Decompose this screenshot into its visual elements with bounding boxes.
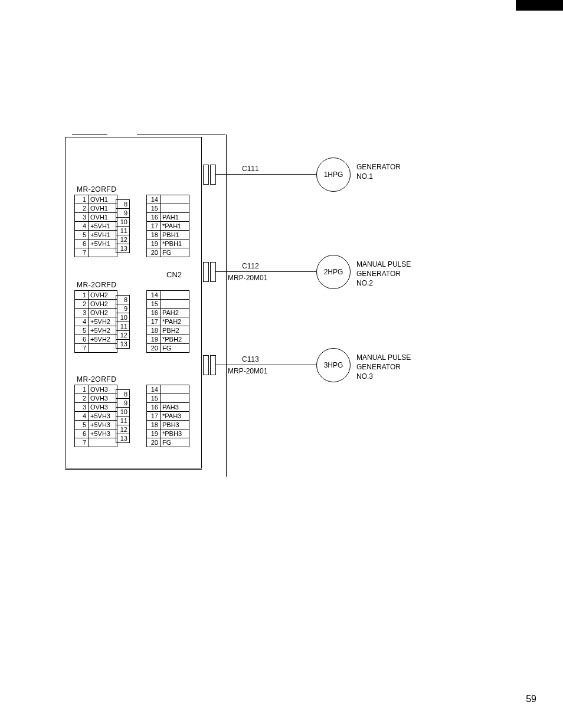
pin-number: 15 bbox=[147, 204, 161, 213]
generator-circle: 2HPG bbox=[316, 255, 351, 289]
pin-signal: *PAH1 bbox=[161, 222, 189, 231]
pin-table-b: 8910111213 bbox=[116, 199, 130, 253]
generator-label: MANUAL PULSEGENERATORNO.3 bbox=[356, 353, 411, 381]
pin-number: 13 bbox=[116, 340, 130, 349]
pin-signal: *PBH1 bbox=[161, 240, 189, 248]
pin-number: 13 bbox=[116, 434, 130, 443]
socket-icon bbox=[203, 262, 209, 282]
pin-signal: PAH1 bbox=[161, 213, 189, 222]
pin-number: 10 bbox=[116, 313, 130, 322]
pin-number: 20 bbox=[147, 248, 161, 257]
pin-number: 20 bbox=[147, 438, 161, 447]
pin-number: 14 bbox=[147, 195, 161, 204]
pin-table-c: 141516PAH317*PAH318PBH319*PBH320FG bbox=[146, 385, 189, 447]
pin-table-a: 1OVH22OVH23OVH24+5VH25+5VH26+5VH27 bbox=[74, 290, 117, 353]
frame-line bbox=[65, 469, 202, 470]
pin-number: 11 bbox=[116, 417, 130, 425]
pin-signal: OVH2 bbox=[89, 291, 117, 300]
frame-line bbox=[226, 135, 227, 477]
pin-number: 17 bbox=[147, 317, 161, 326]
pin-number: 1 bbox=[75, 291, 89, 300]
connector-title: MR-2ORFD bbox=[77, 185, 116, 194]
pin-signal: OVH2 bbox=[89, 300, 117, 309]
pin-number: 19 bbox=[147, 240, 161, 248]
pin-number: 2 bbox=[75, 300, 89, 309]
pin-signal: +5VH2 bbox=[89, 317, 117, 326]
pin-signal bbox=[161, 195, 189, 204]
cable-id: C112 bbox=[242, 262, 259, 270]
pin-signal: PAH3 bbox=[161, 403, 189, 412]
connector-title: MR-2ORFD bbox=[77, 281, 116, 289]
pin-number: 3 bbox=[75, 213, 89, 222]
pin-signal: OVH3 bbox=[89, 394, 117, 403]
pin-signal: +5VH1 bbox=[89, 240, 117, 248]
pin-number: 13 bbox=[116, 244, 130, 253]
pin-signal: +5VH3 bbox=[89, 421, 117, 429]
pin-number: 19 bbox=[147, 335, 161, 344]
pin-number: 14 bbox=[147, 291, 161, 300]
generator-label: GENERATORNO.1 bbox=[356, 162, 401, 181]
pin-table-b: 8910111213 bbox=[116, 389, 130, 443]
socket-icon bbox=[203, 355, 209, 375]
cable-line bbox=[215, 365, 316, 365]
pin-number: 4 bbox=[75, 317, 89, 326]
pin-number: 7 bbox=[75, 344, 89, 353]
cable-line bbox=[215, 174, 316, 175]
pin-number: 2 bbox=[75, 204, 89, 213]
pin-number: 12 bbox=[116, 331, 130, 340]
pin-number: 12 bbox=[116, 235, 130, 244]
cable-line bbox=[215, 271, 316, 272]
pin-number: 11 bbox=[116, 322, 130, 331]
pin-number: 12 bbox=[116, 425, 130, 434]
pin-signal: PBH1 bbox=[161, 231, 189, 240]
cable-id: C113 bbox=[242, 355, 259, 363]
pin-signal: FG bbox=[161, 344, 189, 353]
pin-number: 5 bbox=[75, 326, 89, 335]
pin-number: 8 bbox=[116, 390, 130, 399]
pin-number: 18 bbox=[147, 326, 161, 335]
pin-number: 5 bbox=[75, 231, 89, 240]
pin-number: 6 bbox=[75, 335, 89, 344]
pin-signal: *PAH3 bbox=[161, 412, 189, 421]
pin-signal bbox=[161, 385, 189, 394]
pin-signal: OVH2 bbox=[89, 309, 117, 317]
pin-number: 8 bbox=[116, 296, 130, 304]
pin-signal: OVH3 bbox=[89, 403, 117, 412]
pin-signal: +5VH3 bbox=[89, 412, 117, 421]
pin-signal: +5VH1 bbox=[89, 231, 117, 240]
cable-id: C111 bbox=[242, 165, 259, 173]
page-number: 59 bbox=[526, 694, 536, 704]
pin-number: 7 bbox=[75, 438, 89, 447]
generator-circle: 1HPG bbox=[316, 158, 351, 192]
pin-number: 4 bbox=[75, 222, 89, 231]
pin-signal bbox=[161, 204, 189, 213]
pin-number: 4 bbox=[75, 412, 89, 421]
pin-signal bbox=[161, 300, 189, 309]
pin-number: 9 bbox=[116, 209, 130, 218]
pin-number: 5 bbox=[75, 421, 89, 429]
pin-number: 9 bbox=[116, 399, 130, 408]
pin-signal bbox=[161, 291, 189, 300]
connector-title: MR-2ORFD bbox=[77, 375, 116, 383]
pin-signal: FG bbox=[161, 248, 189, 257]
pin-number: 20 bbox=[147, 344, 161, 353]
pin-number: 14 bbox=[147, 385, 161, 394]
plug-icon bbox=[210, 355, 216, 375]
pin-signal: FG bbox=[161, 438, 189, 447]
pin-signal: *PAH2 bbox=[161, 317, 189, 326]
pin-signal: +5VH3 bbox=[89, 429, 117, 438]
pin-table-c: 141516PAH117*PAH118PBH119*PBH120FG bbox=[146, 195, 189, 257]
pin-signal: OVH1 bbox=[89, 195, 117, 204]
pin-number: 2 bbox=[75, 394, 89, 403]
pin-number: 11 bbox=[116, 227, 130, 235]
pin-signal: PBH3 bbox=[161, 421, 189, 429]
pin-table-a: 1OVH32OVH33OVH34+5VH35+5VH36+5VH37 bbox=[74, 385, 117, 447]
pin-signal bbox=[161, 394, 189, 403]
cn2-label: CN2 bbox=[166, 270, 182, 279]
pin-signal: PBH2 bbox=[161, 326, 189, 335]
pin-signal: +5VH2 bbox=[89, 326, 117, 335]
pin-number: 16 bbox=[147, 309, 161, 317]
frame-line bbox=[137, 135, 225, 135]
pin-number: 8 bbox=[116, 200, 130, 209]
pin-number: 19 bbox=[147, 429, 161, 438]
